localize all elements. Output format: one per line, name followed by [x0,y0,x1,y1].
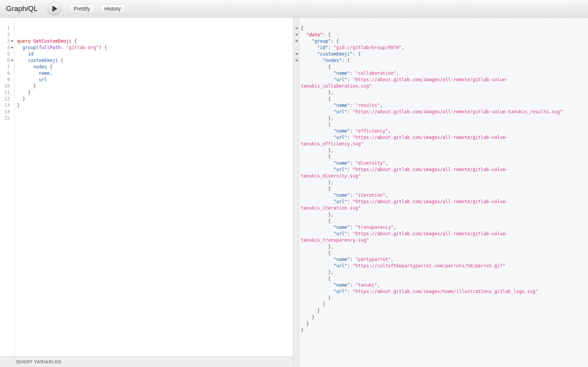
fold-arrow-icon[interactable] [295,60,298,62]
fold-gutter-cell [294,237,299,244]
fold-gutter-cell [294,321,299,327]
code-text: { [299,96,331,102]
query-variables-bar[interactable]: QUERY VARIABLES [0,356,293,367]
code-text: "name": "tanuki", [299,282,380,288]
fold-gutter-cell [294,224,299,231]
fold-gutter-cell [294,83,299,89]
code-line: } [294,308,588,314]
fold-arrow-icon[interactable] [295,53,298,55]
code-text: tanukis_collaberation.svg" [299,83,372,89]
code-text: { [299,250,331,256]
fold-gutter-cell [294,250,299,256]
fold-gutter-cell [294,327,299,333]
code-text: "name": "transparency", [299,224,396,231]
fold-arrow-icon[interactable] [295,28,298,29]
code-line: "url": "https://about.gitlab.com/images/… [294,77,588,83]
code-text: query GetCustomEmoji { [14,38,77,45]
code-line: "data": { [294,32,588,38]
code-line: { [294,96,588,102]
query-editor[interactable]: 123query GetCustomEmoji {4 group(fullPat… [0,18,293,356]
line-number: 8 [0,70,10,77]
code-line: { [294,64,588,70]
fold-arrow-icon[interactable] [11,60,14,62]
code-text: } [299,314,314,321]
fold-gutter-cell [294,205,299,211]
fold-gutter-cell [10,64,14,70]
code-line: 7 nodes { [0,64,293,70]
code-line: ] [294,301,588,308]
fold-gutter-cell [294,263,299,269]
code-text: "name": "efficiency", [299,128,391,134]
code-line: 2 [0,32,293,38]
fold-gutter-cell [294,38,299,45]
code-line: }, [294,244,588,250]
fold-gutter-cell [10,70,14,77]
code-line: 5 id [0,51,293,57]
code-line: 13} [0,102,293,109]
fold-gutter-cell [10,89,14,96]
code-line: "customEmoji": { [294,51,588,57]
fold-gutter-cell [294,308,299,314]
fold-gutter-cell [10,77,14,83]
code-line: 9 url [0,77,293,83]
fold-gutter-cell [294,122,299,128]
fold-gutter-cell [294,134,299,141]
code-text: { [299,276,331,282]
code-text: "customEmoji": { [299,51,361,57]
line-number: 13 [0,102,10,109]
code-text: "name": "partyparrot", [299,256,394,263]
fold-gutter-cell [294,269,299,276]
fold-gutter-cell [294,147,299,154]
line-number: 2 [0,32,10,38]
fold-gutter-cell [294,231,299,237]
fold-gutter-cell [294,211,299,218]
line-number: 11 [0,89,10,96]
history-button[interactable]: History [100,4,126,14]
code-text: }, [299,115,334,122]
prettify-button[interactable]: Prettify [69,4,95,14]
fold-gutter-cell [294,199,299,205]
code-text: "url": "https://about.gitlab.com/images/… [299,77,508,83]
code-text: "url": "https://about.gitlab.com/images/… [299,167,508,173]
code-line: { [294,186,588,192]
code-text: tanukis_diversity.svg" [299,173,361,179]
code-text: name, [14,70,52,77]
result-viewer[interactable]: { "data": { "group": { "id": "gid://gitl… [294,18,588,367]
fold-gutter-cell [294,282,299,288]
code-line: 15 [0,115,293,122]
fold-gutter-cell [294,32,299,38]
fold-arrow-icon[interactable] [11,40,14,42]
code-text: tanukis_iteration.svg" [299,205,361,211]
line-number: 1 [0,25,10,32]
fold-gutter-cell [294,25,299,32]
fold-arrow-icon[interactable] [295,34,298,36]
code-text: "url": "https://about.gitlab.com/images/… [299,134,508,141]
code-line: tanukis_efficiency.svg" [294,141,588,147]
code-text: } [14,83,36,89]
fold-arrow-icon[interactable] [295,40,298,42]
code-line: 4 group(fullPath: "gitlab-org") { [0,45,293,51]
fold-arrow-icon[interactable] [11,47,14,49]
code-line: 3query GetCustomEmoji { [0,38,293,45]
code-line: "nodes": [ [294,57,588,64]
line-number: 14 [0,109,10,115]
code-line: 14 [0,109,293,115]
code-text: "url": "https://about.gitlab.com/images/… [299,199,508,205]
code-text: "nodes": [ [299,57,350,64]
code-line: { [294,218,588,224]
code-text: { [299,64,331,70]
code-text: } [299,321,309,327]
code-line: }, [294,269,588,276]
code-text: }, [299,179,334,186]
execute-button[interactable] [48,2,61,15]
code-line: 11 } [0,89,293,96]
code-line: "id": "gid://gitlab/Group/9970", [294,45,588,51]
code-text: url [14,77,47,83]
code-line: "name": "transparency", [294,224,588,231]
code-line: 10 } [0,83,293,89]
code-line: }, [294,179,588,186]
fold-gutter-cell [294,89,299,96]
fold-gutter-cell [294,295,299,301]
code-text: } [299,308,320,314]
code-line: tanukis_diversity.svg" [294,173,588,179]
